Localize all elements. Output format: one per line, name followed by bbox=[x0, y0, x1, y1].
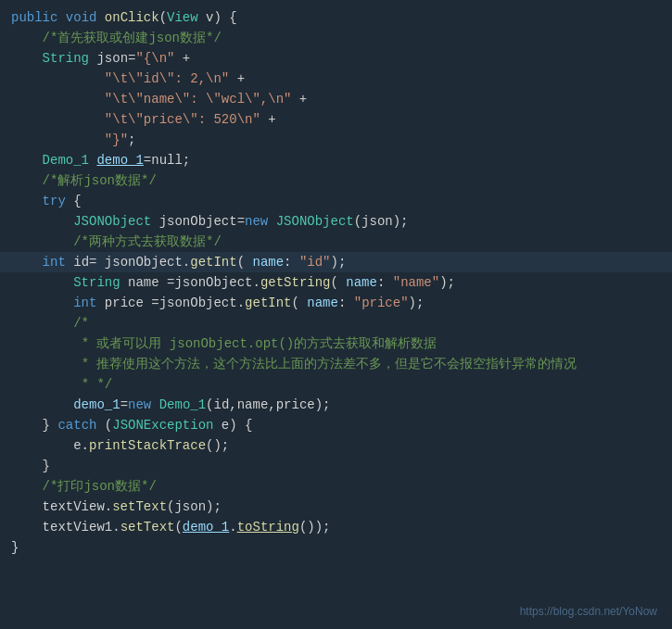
keyword-public: public bbox=[11, 7, 57, 28]
keyword-new: new bbox=[245, 211, 268, 232]
comment-opt: * 或者可以用 jsonObject.opt()的方式去获取和解析数据 bbox=[82, 333, 437, 354]
type-Demo1-2: Demo_1 bbox=[159, 395, 206, 415]
code-line-13: int id= jsonObject. getInt ( name : "id"… bbox=[0, 252, 672, 272]
keyword-catch: catch bbox=[57, 415, 96, 435]
code-line-4: "\t\"id\": 2,\n" + bbox=[0, 69, 672, 89]
code-line-23: } bbox=[0, 456, 672, 476]
type-Demo1: Demo_1 bbox=[43, 150, 89, 170]
comment-2: /*解析json数据*/ bbox=[43, 170, 157, 191]
str-id-val: "id" bbox=[299, 252, 331, 272]
comment-recommend: * 推荐使用这个方法，这个方法比上面的方法差不多，但是它不会报空指针异常的情况 bbox=[82, 354, 577, 374]
str-end: "}" bbox=[105, 130, 128, 150]
code-line-9: /*解析json数据*/ bbox=[0, 170, 672, 191]
code-line-15: int price =jsonObject. getInt ( name : "… bbox=[0, 293, 672, 313]
var-demo1-assign: demo_1 bbox=[73, 395, 120, 415]
method-getInt1: getInt bbox=[190, 252, 236, 272]
code-line-8: Demo_1 demo_1 =null; bbox=[0, 150, 672, 170]
keyword-int1: int bbox=[43, 252, 66, 272]
param-name1: name bbox=[252, 252, 284, 272]
type-JSONObject: JSONObject bbox=[73, 211, 151, 232]
code-line-14: String name =jsonObject. getString ( nam… bbox=[0, 272, 672, 293]
keyword-int2: int bbox=[73, 293, 96, 313]
type-View: View bbox=[167, 7, 198, 28]
code-line-17: * 或者可以用 jsonObject.opt()的方式去获取和解析数据 bbox=[0, 333, 672, 354]
code-line-10: try { bbox=[0, 191, 672, 211]
code-line-18: * 推荐使用这个方法，这个方法比上面的方法差不多，但是它不会报空指针异常的情况 bbox=[0, 354, 672, 374]
method-setText1: setText bbox=[112, 497, 167, 517]
code-line-11: JSONObject jsonObject= new JSONObject (j… bbox=[0, 211, 672, 232]
code-line-21: } catch ( JSONException e) { bbox=[0, 415, 672, 435]
str-json1: "{\n" bbox=[135, 48, 174, 69]
code-line-6: "\t\"price\": 520\n" + bbox=[0, 109, 672, 130]
code-line-19: * */ bbox=[0, 374, 672, 395]
str-price-val: "price" bbox=[354, 293, 409, 313]
method-setText2: setText bbox=[120, 517, 175, 537]
type-JSONObject2: JSONObject bbox=[276, 211, 354, 232]
code-line-2: /*首先获取或创建json数据*/ bbox=[0, 28, 672, 48]
comment-1: /*首先获取或创建json数据*/ bbox=[43, 28, 222, 48]
type-String: String bbox=[43, 48, 89, 69]
code-line-25: textView. setText (json); bbox=[0, 497, 672, 517]
code-line-5: "\t\"name\": \"wcl\",\n" + bbox=[0, 89, 672, 109]
code-line-24: /*打印json数据*/ bbox=[0, 476, 672, 497]
code-line-20: demo_1 = new Demo_1 (id,name,price); bbox=[0, 395, 672, 415]
comment-block-end: * */ bbox=[82, 374, 113, 395]
code-line-26: textView1. setText ( demo_1 . toString (… bbox=[0, 517, 672, 537]
method-toString: toString bbox=[237, 517, 299, 537]
code-line-7: "}" ; bbox=[0, 130, 672, 150]
code-editor: public void onClick ( View v) { /*首先获取或创… bbox=[0, 0, 672, 629]
code-line-12: /*两种方式去获取数据*/ bbox=[0, 232, 672, 252]
method-getInt2: getInt bbox=[245, 293, 291, 313]
param-name3: name bbox=[307, 293, 338, 313]
var-demo1-ref: demo_1 bbox=[183, 517, 229, 537]
code-line-16: /* bbox=[0, 313, 672, 333]
comment-block-start: /* bbox=[73, 313, 89, 333]
method-onClick: onClick bbox=[105, 7, 159, 28]
var-demo1: demo_1 bbox=[96, 150, 143, 170]
keyword-void: void bbox=[66, 7, 97, 28]
str-name: "\t\"name\": \"wcl\",\n" bbox=[105, 89, 292, 109]
method-printStackTrace: printStackTrace bbox=[89, 435, 206, 456]
type-JSONException: JSONException bbox=[112, 415, 213, 435]
comment-3: /*两种方式去获取数据*/ bbox=[73, 232, 222, 252]
code-line-22: e. printStackTrace (); bbox=[0, 435, 672, 456]
str-id: "\t\"id\": 2,\n" bbox=[105, 69, 229, 89]
str-price: "\t\"price\": 520\n" bbox=[105, 109, 260, 130]
keyword-new2: new bbox=[128, 395, 151, 415]
method-getString: getString bbox=[260, 272, 331, 293]
comment-print: /*打印json数据*/ bbox=[43, 476, 157, 497]
param-name2: name bbox=[346, 272, 377, 293]
str-name-val: "name" bbox=[393, 272, 439, 293]
code-line-1: public void onClick ( View v) { bbox=[0, 7, 672, 28]
keyword-try: try bbox=[43, 191, 66, 211]
type-String2: String bbox=[73, 272, 120, 293]
watermark: https://blog.csdn.net/YoNow bbox=[520, 605, 657, 618]
code-line-3: String json= "{\n" + bbox=[0, 48, 672, 69]
code-line-27: } bbox=[0, 537, 672, 558]
